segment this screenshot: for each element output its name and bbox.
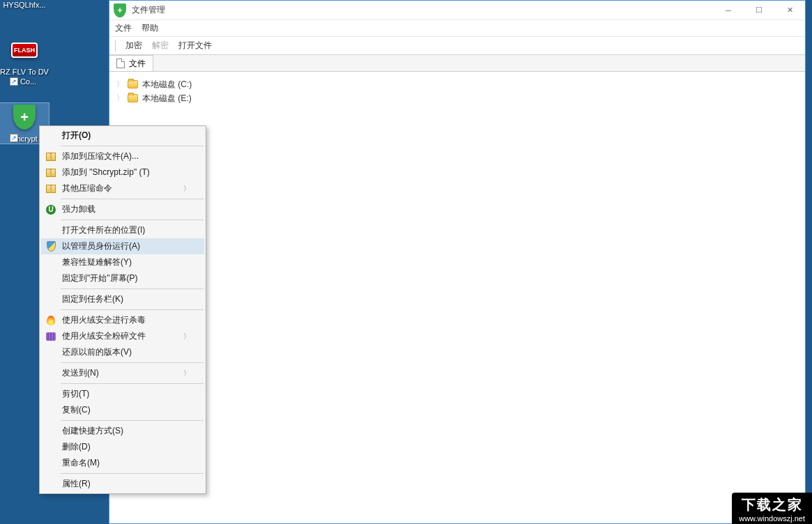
folder-icon <box>128 80 138 88</box>
maximize-button[interactable]: ☐ <box>744 1 774 20</box>
flash-icon: FLASH↗ <box>10 36 38 64</box>
folder-icon <box>128 94 138 102</box>
content-area: 〉 本地磁盘 (C:) 〉 本地磁盘 (E:) <box>109 72 805 523</box>
uninstall-icon: U <box>45 204 56 215</box>
context-menu: 打开(O) 添加到压缩文件(A)... 添加到 "Shcrypt.zip" (T… <box>39 125 206 494</box>
cm-copy[interactable]: 复制(C) <box>41 402 204 418</box>
desktop-icon-label: HYSQLhfx... <box>0 0 49 10</box>
zip-icon <box>45 151 56 162</box>
app-title: 文件管理 <box>132 4 165 16</box>
watermark-brand: 下载之家 <box>739 495 805 514</box>
chevron-right-icon: 〉 <box>183 184 190 194</box>
cm-separator <box>61 288 204 289</box>
cm-uninstall[interactable]: U强力卸载 <box>41 201 204 217</box>
cm-restore[interactable]: 还原以前的版本(V) <box>41 344 204 360</box>
minimize-button[interactable]: ─ <box>713 1 744 20</box>
cm-pin-start[interactable]: 固定到"开始"屏幕(P) <box>41 270 204 286</box>
cm-separator <box>61 199 204 199</box>
chevron-right-icon: 〉 <box>183 369 190 378</box>
cm-open[interactable]: 打开(O) <box>41 128 204 144</box>
cm-delete[interactable]: 删除(D) <box>41 439 204 455</box>
desktop-icon-rzflv[interactable]: FLASH↗ RZ FLV To DVD Co... <box>0 36 49 87</box>
watermark-url: www.windowszj.net <box>739 514 805 523</box>
menu-help[interactable]: 帮助 <box>141 22 158 34</box>
shield-icon: +↗ <box>10 103 38 131</box>
cm-cut[interactable]: 剪切(T) <box>41 386 204 402</box>
toolbar-decrypt[interactable]: 解密 <box>152 40 169 52</box>
toolbar-open[interactable]: 打开文件 <box>178 40 212 52</box>
cm-shortcut[interactable]: 创建快捷方式(S) <box>41 423 204 439</box>
document-icon <box>116 59 125 68</box>
menu-file[interactable]: 文件 <box>115 22 132 34</box>
app-window: + 文件管理 ─ ☐ ✕ 文件 帮助 加密 解密 打开文件 文件 〉 本地磁盘 … <box>109 0 806 524</box>
app-shield-icon: + <box>114 3 126 17</box>
cm-pin-taskbar[interactable]: 固定到任务栏(K) <box>41 291 204 307</box>
chevron-right-icon: 〉 <box>183 332 190 341</box>
cm-separator <box>61 146 204 146</box>
drive-tree: 〉 本地磁盘 (C:) 〉 本地磁盘 (E:) <box>109 72 805 523</box>
shredder-icon <box>45 331 56 342</box>
zip-icon <box>45 183 56 194</box>
tree-label: 本地磁盘 (C:) <box>142 79 192 91</box>
tab-file[interactable]: 文件 <box>109 55 153 71</box>
cm-separator <box>61 473 204 474</box>
chevron-right-icon: 〉 <box>116 93 123 103</box>
uac-shield-icon <box>45 241 56 252</box>
tree-label: 本地磁盘 (E:) <box>142 93 192 105</box>
menubar: 文件 帮助 <box>109 20 805 37</box>
titlebar[interactable]: + 文件管理 ─ ☐ ✕ <box>109 1 805 20</box>
cm-other-zip[interactable]: 其他压缩命令〉 <box>41 180 204 196</box>
cm-separator <box>61 420 204 421</box>
cm-add-zip[interactable]: 添加到 "Shcrypt.zip" (T) <box>41 164 204 180</box>
cm-hr-scan[interactable]: 使用火绒安全进行杀毒 <box>41 312 204 328</box>
cm-open-location[interactable]: 打开文件所在的位置(I) <box>41 222 204 238</box>
cm-separator <box>61 383 204 384</box>
tab-label: 文件 <box>129 58 146 70</box>
cm-separator <box>61 362 204 363</box>
flame-icon <box>45 315 56 326</box>
desktop-icon-label: RZ FLV To DVD Co... <box>0 67 49 87</box>
cm-compat[interactable]: 兼容性疑难解答(Y) <box>41 254 204 270</box>
chevron-right-icon: 〉 <box>116 79 123 89</box>
cm-properties[interactable]: 属性(R) <box>41 476 204 492</box>
cm-rename[interactable]: 重命名(M) <box>41 455 204 471</box>
cm-send-to[interactable]: 发送到(N)〉 <box>41 365 204 381</box>
tree-row-drive-c[interactable]: 〉 本地磁盘 (C:) <box>116 77 798 91</box>
desktop-icon-hysql[interactable]: HYSQLhfx... <box>0 0 49 10</box>
toolbar-encrypt[interactable]: 加密 <box>125 40 142 52</box>
cm-run-admin[interactable]: 以管理员身份运行(A) <box>41 238 204 254</box>
window-controls: ─ ☐ ✕ <box>713 1 805 20</box>
cm-add-archive[interactable]: 添加到压缩文件(A)... <box>41 148 204 164</box>
watermark: 下载之家 www.windowszj.net <box>732 493 812 524</box>
tabbar: 文件 <box>109 55 805 72</box>
cm-separator <box>61 219 204 220</box>
toolbar-divider <box>115 40 116 52</box>
toolbar: 加密 解密 打开文件 <box>109 37 805 55</box>
tree-row-drive-e[interactable]: 〉 本地磁盘 (E:) <box>116 91 798 105</box>
cm-hr-shred[interactable]: 使用火绒安全粉碎文件〉 <box>41 328 204 344</box>
zip-icon <box>45 167 56 178</box>
close-button[interactable]: ✕ <box>774 1 805 20</box>
cm-separator <box>61 309 204 310</box>
